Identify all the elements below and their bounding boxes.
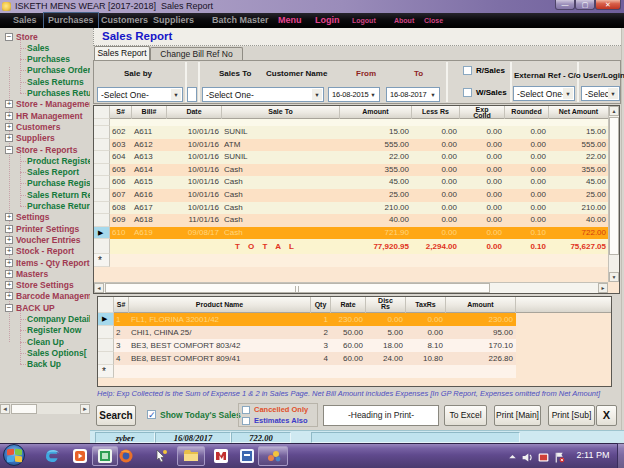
menu-item-login[interactable]: Login xyxy=(315,13,340,28)
table-cell[interactable]: 95.00 xyxy=(446,326,516,339)
table-cell[interactable]: 0.00 xyxy=(460,164,505,177)
table-cell[interactable]: Cash xyxy=(222,202,340,215)
collapse-icon[interactable]: − xyxy=(5,33,13,41)
table-cell[interactable]: BE3, BEST COMFORT 803/42 xyxy=(129,339,311,352)
sidebar-item-suppliers[interactable]: +Suppliers xyxy=(0,133,90,144)
estimates-also-checkbox[interactable] xyxy=(242,417,250,425)
table-cell[interactable]: 15.00 xyxy=(549,126,609,139)
red-app-icon[interactable] xyxy=(213,448,229,464)
user-login-select[interactable]: -Select ▼ xyxy=(581,86,620,101)
table-cell[interactable]: SUNIL xyxy=(222,126,340,139)
sidebar-item-purchases[interactable]: Purchases xyxy=(0,54,90,65)
sidebar-item-printer-settings[interactable]: +Printer Settings xyxy=(0,224,90,235)
table-cell[interactable]: 210.00 xyxy=(549,202,609,215)
sidebar-item-purchase-register[interactable]: Purchase Register xyxy=(0,178,90,189)
table-cell[interactable]: 10/01/16 xyxy=(167,126,222,139)
column-header[interactable]: Date xyxy=(167,106,222,119)
table-cell[interactable]: A616 xyxy=(132,189,167,202)
sidebar-item-register-now[interactable]: Register Now xyxy=(0,325,90,336)
table-cell[interactable]: 22.00 xyxy=(549,151,609,164)
expand-icon[interactable]: + xyxy=(5,292,13,300)
table-cell[interactable]: 0.00 xyxy=(412,227,460,240)
horizontal-scrollbar[interactable]: ◄► xyxy=(94,282,608,293)
tab-change-bill-ref-no[interactable]: Change Bill Ref No xyxy=(150,47,243,60)
sidebar-item-stock-report[interactable]: +Stock - Report xyxy=(0,246,90,257)
table-cell[interactable]: 0.00 xyxy=(412,139,460,152)
scroll-thumb[interactable] xyxy=(609,117,619,255)
expand-icon[interactable]: + xyxy=(5,123,13,131)
table-cell[interactable]: 0.00 xyxy=(460,151,505,164)
table-cell[interactable]: Cash xyxy=(222,227,340,240)
cancelled-only-checkbox[interactable] xyxy=(242,406,250,414)
table-cell[interactable]: Cash xyxy=(222,164,340,177)
action-center-flag-icon[interactable] xyxy=(553,450,566,468)
table-cell[interactable]: A614 xyxy=(132,164,167,177)
column-header[interactable]: TaxRs xyxy=(406,297,446,313)
table-cell[interactable]: 1 xyxy=(114,313,129,326)
table-cell[interactable]: 721.90 xyxy=(340,227,412,240)
expand-icon[interactable]: + xyxy=(5,247,13,255)
collapse-icon[interactable]: − xyxy=(5,304,13,312)
folder-icon[interactable] xyxy=(183,448,199,464)
row-selector[interactable] xyxy=(94,164,110,177)
expand-icon[interactable]: + xyxy=(5,270,13,278)
table-cell[interactable]: 355.00 xyxy=(549,164,609,177)
new-row[interactable]: * xyxy=(98,365,516,378)
table-cell[interactable]: BE8, BEST COMFORT 809/41 xyxy=(129,352,311,365)
table-cell[interactable]: 0.10 xyxy=(505,227,549,240)
scroll-up-arrow[interactable]: ▲ xyxy=(609,106,619,116)
expand-icon[interactable]: + xyxy=(5,259,13,267)
print-sub-button[interactable]: Print [Sub] xyxy=(548,405,595,426)
scroll-down-arrow[interactable]: ▼ xyxy=(609,272,619,282)
to-excel-button[interactable]: To Excel xyxy=(444,405,487,426)
table-cell[interactable]: 10/01/16 xyxy=(167,176,222,189)
table-cell[interactable]: 0.00 xyxy=(460,227,505,240)
taskbar-clock[interactable]: 2:11 PM xyxy=(571,443,615,468)
sidebar-item-purchase-return[interactable]: Purchase Return xyxy=(0,201,90,212)
expand-icon[interactable]: + xyxy=(5,112,13,120)
table-cell[interactable]: 0.00 xyxy=(505,151,549,164)
sidebar-item-purchase-orders[interactable]: Purchase Orders xyxy=(0,65,90,76)
expand-arrow-icon[interactable] xyxy=(506,450,519,468)
row-selector[interactable]: ▶ xyxy=(94,227,110,240)
table-cell[interactable]: 610 xyxy=(110,227,132,240)
table-row[interactable]: 608A61710/01/16Cash210.000.000.000.00210… xyxy=(94,202,609,215)
column-header[interactable]: Less Rs xyxy=(412,106,460,119)
sidebar-item-store[interactable]: −Store xyxy=(0,32,90,43)
scroll-right-arrow[interactable]: ► xyxy=(80,404,90,414)
sidebar-hscrollbar[interactable]: ◄ ► xyxy=(0,402,90,414)
menu-item-menu[interactable]: Menu xyxy=(278,13,302,28)
table-row[interactable]: 609A61811/01/16Cash40.000.000.000.0040.0… xyxy=(94,214,609,227)
sidebar-item-back-up[interactable]: −BACK UP xyxy=(0,303,90,314)
table-cell[interactable]: FL1, FLORINA 32001/42 xyxy=(129,313,311,326)
table-cell[interactable]: 170.10 xyxy=(446,339,516,352)
table-cell[interactable]: 5.00 xyxy=(366,326,406,339)
table-cell[interactable]: 230.00 xyxy=(331,313,366,326)
scroll-thumb[interactable] xyxy=(11,404,37,414)
table-cell[interactable]: 8.10 xyxy=(406,339,446,352)
table-cell[interactable]: CHI1, CHINA 25/ xyxy=(129,326,311,339)
table-row[interactable]: 4BE8, BEST COMFORT 809/41460.0024.0010.8… xyxy=(98,352,516,365)
table-cell[interactable]: 0.00 xyxy=(460,202,505,215)
table-cell[interactable]: 226.80 xyxy=(446,352,516,365)
sidebar-item-sales-return-reg[interactable]: Sales Return Reg xyxy=(0,190,90,201)
menu-item-sales[interactable]: Sales xyxy=(13,13,37,28)
table-cell[interactable]: 0.00 xyxy=(460,126,505,139)
scroll-right-arrow[interactable]: ► xyxy=(598,283,608,293)
green-app-icon[interactable] xyxy=(97,448,113,464)
table-cell[interactable]: 18.00 xyxy=(366,339,406,352)
sale-by-select[interactable]: -Select One- ▼ xyxy=(97,87,183,102)
sidebar-item-voucher-entries[interactable]: +Voucher Entries xyxy=(0,235,90,246)
table-cell[interactable]: 3 xyxy=(114,339,129,352)
table-row[interactable]: 2CHI1, CHINA 25/250.005.000.0095.00 xyxy=(98,326,516,339)
menu-item-about[interactable]: About xyxy=(394,13,414,28)
table-cell[interactable]: 555.00 xyxy=(549,139,609,152)
current-app-icon[interactable] xyxy=(266,448,282,464)
table-cell[interactable]: 0.00 xyxy=(460,189,505,202)
table-cell[interactable]: 2 xyxy=(311,326,331,339)
close-x-button[interactable]: X xyxy=(596,405,617,426)
row-selector[interactable] xyxy=(94,176,110,189)
show-todays-sales-checkbox[interactable]: ✓ xyxy=(147,410,156,419)
table-cell[interactable]: 45.00 xyxy=(549,176,609,189)
sidebar-item-sales-report[interactable]: Sales Report xyxy=(0,167,90,178)
